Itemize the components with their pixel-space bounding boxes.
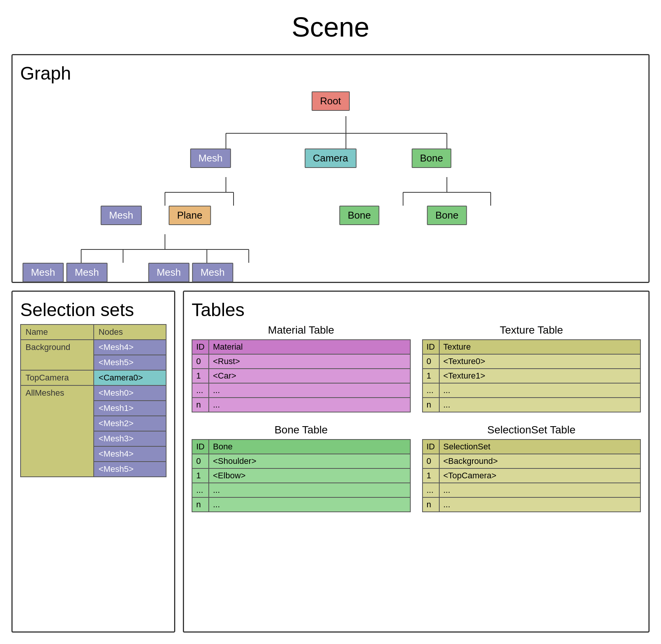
graph-title: Graph [20,63,641,84]
table-row: ID Texture [423,340,641,354]
table-row: 0 <Texture0> [423,354,641,369]
bone-val-n: ... [209,497,410,512]
bone-table-container: Bone Table ID Bone 0 <Shoulder> [192,424,411,512]
tex-id-n: n [423,398,439,412]
mat-id-0: 0 [192,354,209,369]
selset-val-ellipsis: ... [439,483,641,497]
sel-name-background: Background [21,340,94,370]
col-header-name: Name [21,324,94,340]
sel-node-mesh0: <Mesh0> [94,385,166,401]
sel-node-mesh4: <Mesh4> [94,340,166,355]
selset-table-title: SelectionSet Table [422,424,641,436]
bone-table: ID Bone 0 <Shoulder> 1 <Elbow> [192,439,411,512]
selset-table-container: SelectionSet Table ID SelectionSet 0 <Ba… [422,424,641,512]
tables-title: Tables [192,299,641,320]
tex-val-n: ... [439,398,641,412]
node-mesh3: Mesh [22,263,64,282]
node-mesh4: Mesh [66,263,107,282]
selset-id-0: 0 [423,454,439,468]
graph-area: Root Mesh Camera Bone Mesh Plane [20,88,641,270]
sel-node-mesh5: <Mesh5> [94,355,166,370]
table-row: 1 <Texture1> [423,369,641,383]
bone-table-title: Bone Table [192,424,411,436]
selset-id-n: n [423,497,439,512]
material-table: ID Material 0 <Rust> 1 <Car> [192,339,411,412]
sel-node-mesh2: <Mesh2> [94,416,166,431]
table-row: n ... [192,398,410,412]
tex-id-0: 0 [423,354,439,369]
mat-val-1: <Car> [209,369,410,383]
mat-header-id: ID [192,340,209,354]
page-title: Scene [11,11,650,43]
selset-id-ellipsis: ... [423,483,439,497]
table-row: 1 <Car> [192,369,410,383]
table-row: 0 <Shoulder> [192,454,410,468]
tex-id-ellipsis: ... [423,383,439,398]
tex-val-1: <Texture1> [439,369,641,383]
bone-header-id: ID [192,439,209,454]
col-header-nodes: Nodes [94,324,166,340]
bone-val-ellipsis: ... [209,483,410,497]
bone-id-n: n [192,497,209,512]
selset-val-0: <Background> [439,454,641,468]
bone-id-1: 1 [192,468,209,483]
material-table-container: Material Table ID Material 0 <Rust> [192,324,411,412]
sel-name-allmeshes: AllMeshes [21,385,94,477]
node-mesh6: Mesh [192,263,233,282]
tables-section: Tables Material Table ID Material [183,291,650,633]
table-row: n ... [423,497,641,512]
node-root: Root [312,91,350,111]
sel-node-camera0: <Camera0> [94,370,166,385]
selection-section: Selection sets Name Nodes Background <Me… [11,291,175,633]
selset-val-n: ... [439,497,641,512]
table-row: ... ... [423,483,641,497]
tex-header-texture: Texture [439,340,641,354]
mat-val-n: ... [209,398,410,412]
sel-node-mesh4b: <Mesh4> [94,446,166,462]
table-row: TopCamera <Camera0> [21,370,166,385]
selection-sets-table: Name Nodes Background <Mesh4> <Mesh5> [20,324,166,477]
mat-id-ellipsis: ... [192,383,209,398]
selset-val-1: <TopCamera> [439,468,641,483]
tables-grid: Material Table ID Material 0 <Rust> [192,324,641,512]
bone-header-bone: Bone [209,439,410,454]
bone-id-ellipsis: ... [192,483,209,497]
table-row: 1 <TopCamera> [423,468,641,483]
mat-val-0: <Rust> [209,354,410,369]
table-row: AllMeshes <Mesh0> [21,385,166,401]
selset-header-id: ID [423,439,439,454]
texture-table: ID Texture 0 <Texture0> 1 <Texture1> [422,339,641,412]
table-row: ... ... [192,483,410,497]
table-header-row: Name Nodes [21,324,166,340]
node-plane: Plane [169,206,211,225]
selset-header-ss: SelectionSet [439,439,641,454]
node-bone3: Bone [427,206,467,225]
node-mesh1: Mesh [190,149,231,168]
sel-node-mesh5b: <Mesh5> [94,462,166,477]
tex-val-0: <Texture0> [439,354,641,369]
node-camera: Camera [304,149,356,168]
tex-val-ellipsis: ... [439,383,641,398]
table-row: Background <Mesh4> [21,340,166,355]
material-table-title: Material Table [192,324,411,336]
tree-lines [20,88,641,270]
table-row: n ... [192,497,410,512]
texture-table-container: Texture Table ID Texture 0 <Texture0> [422,324,641,412]
tex-header-id: ID [423,340,439,354]
mat-id-n: n [192,398,209,412]
sel-node-mesh1: <Mesh1> [94,401,166,416]
node-bone1: Bone [411,149,451,168]
table-row: ... ... [423,383,641,398]
selection-sets-title: Selection sets [20,299,166,320]
table-row: ID Bone [192,439,410,454]
table-row: 0 <Rust> [192,354,410,369]
graph-section: Graph [11,54,650,283]
table-row: ID SelectionSet [423,439,641,454]
node-mesh2: Mesh [101,206,142,225]
node-mesh5: Mesh [148,263,189,282]
main-content: Graph [11,54,650,633]
table-row: ID Material [192,340,410,354]
table-row: 0 <Background> [423,454,641,468]
page-container: Scene Graph [0,0,661,644]
bone-val-1: <Elbow> [209,468,410,483]
